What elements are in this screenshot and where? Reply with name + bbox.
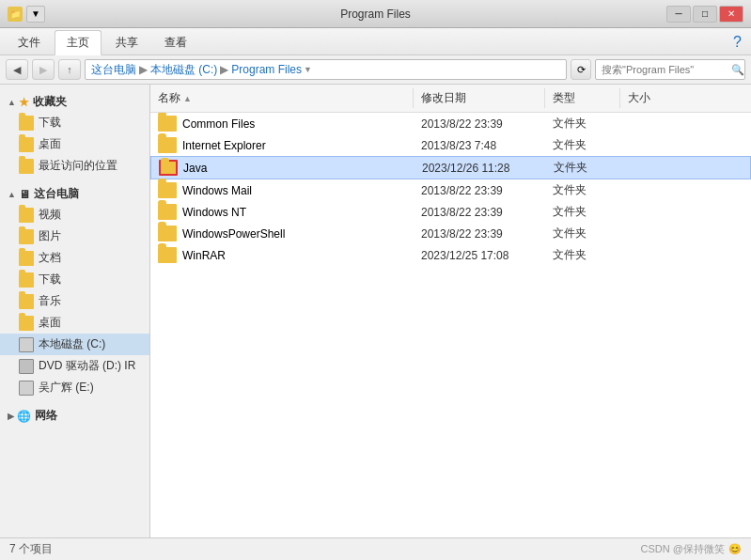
back-button[interactable]: ◀ bbox=[6, 59, 28, 80]
breadcrumb-folder[interactable]: Program Files bbox=[231, 63, 302, 76]
address-bar-area: ◀ ▶ ↑ 这台电脑 ▶ 本地磁盘 (C:) ▶ Program Files ▼… bbox=[0, 55, 751, 85]
file-date: 2013/8/22 23:39 bbox=[414, 117, 545, 131]
folder-icon bbox=[159, 160, 178, 176]
favorites-arrow: ▲ bbox=[8, 98, 16, 107]
file-name: Internet Explorer bbox=[182, 139, 266, 152]
network-label: 网络 bbox=[35, 408, 57, 424]
col-header-name[interactable]: 名称 ▲ bbox=[150, 88, 414, 108]
breadcrumb-dropdown-arrow[interactable]: ▼ bbox=[304, 65, 312, 74]
tab-view[interactable]: 查看 bbox=[152, 30, 199, 54]
file-type: 文件夹 bbox=[545, 204, 620, 220]
network-arrow: ▶ bbox=[8, 412, 14, 421]
watermark-text: CSDN @保持微笑 bbox=[641, 542, 725, 556]
table-row[interactable]: Windows NT 2013/8/22 23:39 文件夹 bbox=[150, 201, 751, 223]
breadcrumb-sep-2: ▶ bbox=[220, 63, 228, 76]
sidebar-item-label: 桌面 bbox=[39, 136, 61, 152]
sidebar-item-local-disk[interactable]: 本地磁盘 (C:) bbox=[0, 334, 149, 355]
drive-icon bbox=[19, 337, 34, 352]
tab-file[interactable]: 文件 bbox=[6, 30, 53, 54]
status-bar: 7 个项目 CSDN @保持微笑 😊 bbox=[0, 537, 751, 560]
col-header-date[interactable]: 修改日期 bbox=[414, 88, 545, 108]
window-controls: ─ □ ✕ bbox=[666, 6, 743, 23]
file-list-area: 名称 ▲ 修改日期 类型 大小 Common Files 2013/8/22 2… bbox=[150, 85, 751, 537]
ribbon: 文件 主页 共享 查看 ? bbox=[0, 28, 751, 55]
table-row[interactable]: Windows Mail 2013/8/22 23:39 文件夹 bbox=[150, 179, 751, 201]
folder-icon bbox=[19, 272, 34, 288]
help-icon[interactable]: ? bbox=[733, 34, 742, 51]
sidebar-item-label: 下载 bbox=[39, 272, 61, 288]
network-section: ▶ 🌐 网络 bbox=[0, 406, 149, 426]
up-button[interactable]: ↑ bbox=[58, 59, 81, 80]
sidebar-item-downloads[interactable]: 下载 bbox=[0, 269, 149, 290]
file-date: 2013/8/23 7:48 bbox=[414, 139, 545, 152]
folder-icon bbox=[158, 137, 177, 153]
sidebar-item-pictures[interactable]: 图片 bbox=[0, 226, 149, 247]
folder-icon bbox=[158, 247, 177, 263]
file-date: 2013/8/22 23:39 bbox=[414, 227, 545, 241]
sidebar-network-header[interactable]: ▶ 🌐 网络 bbox=[0, 406, 149, 426]
sidebar-item-documents[interactable]: 文档 bbox=[0, 247, 149, 269]
folder-icon bbox=[19, 116, 34, 131]
table-row[interactable]: WinRAR 2023/12/25 17:08 文件夹 bbox=[150, 244, 751, 266]
sidebar-item-videos[interactable]: 视频 bbox=[0, 204, 149, 226]
sidebar-item-music[interactable]: 音乐 bbox=[0, 290, 149, 312]
drive-icon bbox=[19, 381, 34, 396]
sidebar-item-downloads-fav[interactable]: 下载 bbox=[0, 112, 149, 133]
sidebar-item-recent[interactable]: 最近访问的位置 bbox=[0, 155, 149, 177]
table-row[interactable]: Java 2023/12/26 11:28 文件夹 bbox=[150, 156, 751, 179]
window-title: Program Files bbox=[340, 8, 411, 21]
col-date-label: 修改日期 bbox=[421, 90, 466, 106]
title-bar: 📁 ▼ Program Files ─ □ ✕ bbox=[0, 0, 751, 28]
file-name: Common Files bbox=[182, 117, 255, 131]
close-button[interactable]: ✕ bbox=[719, 6, 743, 23]
tab-share[interactable]: 共享 bbox=[103, 30, 150, 54]
sidebar-item-desktop-fav[interactable]: 桌面 bbox=[0, 133, 149, 155]
address-breadcrumb[interactable]: 这台电脑 ▶ 本地磁盘 (C:) ▶ Program Files ▼ bbox=[85, 59, 567, 80]
quick-access-btn[interactable]: ▼ bbox=[26, 6, 45, 23]
file-type: 文件夹 bbox=[545, 116, 620, 132]
breadcrumb-computer[interactable]: 这台电脑 bbox=[91, 62, 136, 78]
sidebar-item-label: 本地磁盘 (C:) bbox=[39, 336, 105, 352]
col-header-type[interactable]: 类型 bbox=[545, 88, 620, 108]
maximize-button[interactable]: □ bbox=[693, 6, 717, 23]
file-date: 2023/12/25 17:08 bbox=[414, 249, 545, 262]
file-name: Windows Mail bbox=[182, 184, 252, 197]
sidebar-item-wuguanghui[interactable]: 吴广辉 (E:) bbox=[0, 377, 149, 398]
tab-home[interactable]: 主页 bbox=[55, 30, 102, 55]
app-icon: 📁 bbox=[8, 7, 23, 22]
recent-icon bbox=[19, 159, 34, 174]
sidebar-favorites-header[interactable]: ▲ ★ 收藏夹 bbox=[0, 92, 149, 112]
dvd-icon bbox=[19, 359, 34, 374]
col-header-size[interactable]: 大小 bbox=[620, 88, 751, 108]
folder-icon bbox=[158, 182, 177, 198]
table-row[interactable]: Common Files 2013/8/22 23:39 文件夹 bbox=[150, 113, 751, 134]
computer-icon: 🖥 bbox=[19, 188, 30, 201]
search-icon: 🔍 bbox=[731, 64, 744, 76]
sidebar-item-label: 吴广辉 (E:) bbox=[39, 380, 94, 396]
search-box[interactable]: 🔍 bbox=[595, 59, 745, 80]
breadcrumb-sep-1: ▶ bbox=[139, 63, 148, 76]
search-input[interactable] bbox=[602, 64, 731, 75]
refresh-button[interactable]: ⟳ bbox=[571, 59, 591, 80]
sidebar-item-dvd[interactable]: DVD 驱动器 (D:) IR bbox=[0, 355, 149, 377]
computer-label: 这台电脑 bbox=[34, 186, 79, 202]
minimize-button[interactable]: ─ bbox=[666, 6, 691, 23]
watermark-icon: 😊 bbox=[728, 543, 742, 555]
folder-icon bbox=[158, 116, 177, 132]
item-count: 7 个项目 bbox=[9, 541, 53, 557]
folder-icon bbox=[158, 226, 177, 241]
breadcrumb-drive[interactable]: 本地磁盘 (C:) bbox=[150, 62, 217, 78]
ribbon-tabs: 文件 主页 共享 查看 ? bbox=[0, 28, 751, 54]
sidebar-computer-header[interactable]: ▲ 🖥 这台电脑 bbox=[0, 184, 149, 204]
sidebar-item-desktop[interactable]: 桌面 bbox=[0, 312, 149, 334]
file-type: 文件夹 bbox=[545, 226, 620, 241]
folder-icon bbox=[19, 229, 34, 244]
file-date: 2023/12/26 11:28 bbox=[415, 162, 546, 175]
forward-button[interactable]: ▶ bbox=[32, 59, 55, 80]
file-name: Java bbox=[183, 162, 207, 175]
this-pc-section: ▲ 🖥 这台电脑 视频 图片 文档 下载 音乐 bbox=[0, 184, 149, 398]
table-row[interactable]: WindowsPowerShell 2013/8/22 23:39 文件夹 bbox=[150, 223, 751, 244]
file-type: 文件夹 bbox=[545, 137, 620, 153]
sidebar-item-label: DVD 驱动器 (D:) IR bbox=[39, 358, 135, 374]
table-row[interactable]: Internet Explorer 2013/8/23 7:48 文件夹 bbox=[150, 134, 751, 156]
